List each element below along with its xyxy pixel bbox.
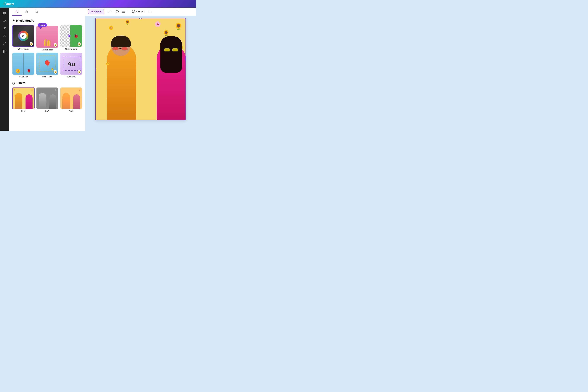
text-icon: T [4,27,6,30]
sunglasses-left [112,46,128,50]
toolbar-separator [128,10,128,14]
filter-grid: 🌻 🌻 None 🌻 [12,87,82,112]
upload-icon [3,34,6,38]
magic-expand-crown: 👑 [78,42,81,46]
canvas-viewport: 🌻 🌻 🌸 🌻 🌼 [85,16,196,131]
panels-icon [3,12,6,15]
svg-rect-12 [6,51,6,52]
tab-adjust[interactable] [22,8,32,16]
tool-card-grab-text[interactable]: Aa 👑 Grab Text [60,53,82,78]
position-button[interactable] [121,9,126,14]
sidebar-item-panels[interactable] [2,10,8,16]
svg-rect-10 [4,52,6,53]
magic-grab-label: Magic Grab [42,76,52,78]
svg-rect-9 [3,52,4,53]
tab-crop[interactable] [32,8,42,16]
photo-background: 🌻 🌻 🌸 🌻 🌼 [96,18,186,120]
magic-studio-heading: ✦ Magic Studio [12,19,82,22]
animate-label: Animate [136,10,144,13]
tool-card-bg-remover[interactable]: 👑 BG Remover [12,25,34,51]
filter-card-none[interactable]: 🌻 🌻 None [12,87,34,112]
animate-icon [132,10,135,13]
sidebar-item-elements[interactable] [2,18,8,24]
magic-expand-label: Magic Expand [65,48,77,50]
text-sel-handle-tl [62,56,64,57]
filters-heading: Filters [12,82,82,85]
svg-rect-8 [4,51,6,52]
sidebar-item-text[interactable]: T [2,25,8,32]
sidebar-item-upload[interactable] [2,33,8,39]
sidebar-item-more[interactable] [2,48,8,54]
arrow-left-icon [67,34,71,38]
filter-bw-thumbnail: 🌻 [36,87,58,110]
tab-fx[interactable]: fx [12,8,22,16]
svg-rect-6 [4,50,6,50]
tool-card-magic-grab[interactable]: 🎈 👆 👑 Magic Grab [36,53,58,78]
svg-point-16 [26,10,26,11]
svg-point-19 [22,35,24,37]
sidebar: T [0,8,9,131]
magic-studio-title: Magic Studio [16,19,34,22]
white-flower-icon: 🌼 [15,68,20,73]
draw-icon [3,42,6,45]
sparkle-icon: ✦ [12,19,15,22]
text-sel-handle-tr [80,56,81,57]
person-left: 🤲 [104,33,139,120]
magic-expand-thumbnail: 🐞 👑 [60,25,82,47]
bg-remover-crown: 👑 [30,42,33,46]
person-right [154,33,186,120]
bg-remover-thumbnail: 👑 [12,25,34,47]
tool-card-magic-edit[interactable]: 🌼 🌹 Magic Edit [12,53,34,78]
canvas-image-container[interactable]: 🌻 🌻 🌸 🌻 🌼 [96,18,186,120]
sunglasses-right [164,48,178,52]
filter-warm-label: Warm [69,110,74,112]
filters-section: Filters 🌻 🌻 [12,82,82,112]
tool-grid: 👑 BG Remover Harry [12,25,82,78]
handle-mr[interactable] [185,58,186,60]
canvas-area: Edit photo Flip [85,8,196,131]
svg-point-28 [117,11,118,11]
tool-card-magic-eraser[interactable]: Harry [36,25,58,51]
sidebar-item-draw[interactable] [2,40,8,47]
adjust-icon [25,10,28,13]
text-selection-box [63,57,80,71]
flip-button[interactable]: Flip [105,9,114,14]
canva-logo: Canva [4,2,14,6]
svg-point-17 [27,11,28,12]
circle-partial-icon [132,11,134,13]
magic-grab-thumbnail: 🎈 👆 👑 [36,53,58,75]
svg-rect-1 [5,12,6,13]
filters-icon [12,82,16,85]
settings-sliders-icon [22,34,25,37]
grab-text-thumbnail: Aa 👑 [60,53,82,75]
harry-tooltip: Harry [38,23,47,27]
panel-content: ✦ Magic Studio [9,16,85,131]
handle-tm[interactable] [140,18,142,19]
filter-none-label: None [21,110,26,112]
filter-card-bw[interactable]: 🌻 B&W [36,87,58,112]
red-flower-icon: 🌹 [27,69,31,73]
tab-bar: fx [9,8,85,16]
handle-ml[interactable] [96,68,96,71]
filter-bw-label: B&W [45,110,49,112]
svg-point-32 [133,11,134,12]
more-options-button[interactable]: ··· [147,9,152,14]
flower-top-left: 🌻 [124,20,130,25]
svg-point-23 [24,36,24,36]
tool-card-magic-expand[interactable]: 🐞 👑 Magic Expand [60,25,82,51]
expand-arrow [67,34,71,38]
filter-card-warm[interactable]: 🌻 Warm [60,87,82,112]
animate-button[interactable]: Animate [130,9,146,14]
info-button[interactable] [115,9,120,14]
canvas-toolbar: Edit photo Flip [85,8,196,16]
edit-photo-button[interactable]: Edit photo [88,9,104,14]
balloon-icon: 🎈 [43,60,51,68]
flower-top-right: 🌻 [174,22,183,31]
crop-icon [35,10,38,13]
filter-none-thumbnail: 🌻 🌻 [12,87,34,110]
svg-rect-11 [6,50,6,50]
position-icon [122,10,125,13]
magic-eraser-thumbnail: 👑 [36,26,58,48]
svg-rect-7 [3,51,4,52]
bg-remover-label: BG Remover [18,48,29,50]
